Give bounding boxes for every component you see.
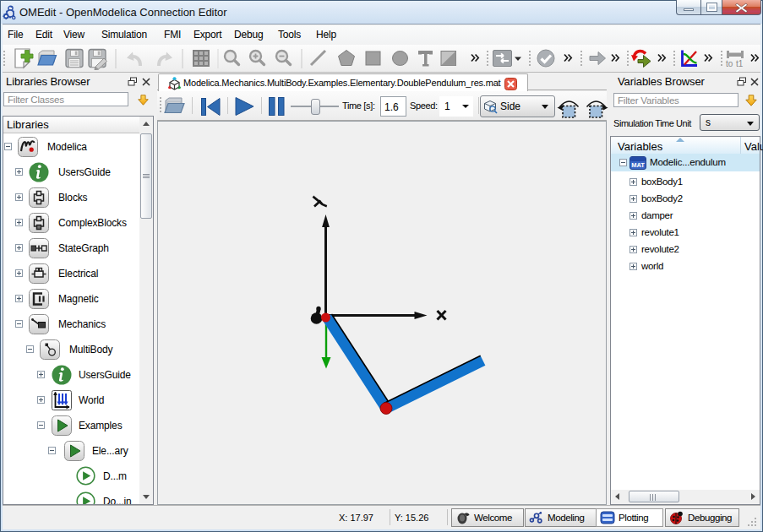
svg-text:to: to	[726, 59, 733, 68]
svg-text:t1: t1	[736, 59, 744, 68]
